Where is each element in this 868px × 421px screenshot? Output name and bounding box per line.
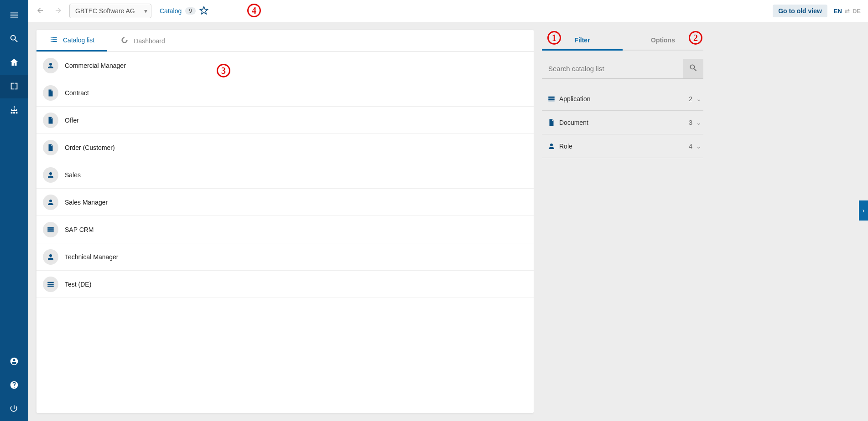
breadcrumb: Catalog 9 xyxy=(160,6,208,16)
help-icon xyxy=(10,380,19,391)
application-icon xyxy=(43,222,58,237)
list-item-label: Technical Manager xyxy=(65,253,119,261)
person-icon xyxy=(544,142,559,150)
left-nav xyxy=(0,0,28,421)
list-item-label: Contract xyxy=(65,89,89,97)
filter-row[interactable]: Document3⌄ xyxy=(542,111,703,134)
account-icon xyxy=(10,357,19,367)
panel-tabs: Catalog list Dashboard xyxy=(36,30,534,52)
tab-catalog-list[interactable]: Catalog list xyxy=(36,30,107,51)
content-row: Catalog list Dashboard 3 Commercial Mana… xyxy=(28,22,868,421)
list-item-label: Offer xyxy=(65,117,79,124)
person-icon xyxy=(43,167,58,183)
right-panel: Filter Options 1 2 Application2⌄Document… xyxy=(534,22,707,421)
list-item-label: Test (DE) xyxy=(65,281,91,288)
filter-list: Application2⌄Document3⌄Role4⌄ xyxy=(542,87,703,158)
filter-label: Application xyxy=(559,95,689,103)
right-panel-tabs: Filter Options 1 2 xyxy=(542,30,703,51)
menu-button[interactable] xyxy=(0,4,28,27)
filter-count: 2 xyxy=(689,95,692,103)
search-nav-button[interactable] xyxy=(0,27,28,51)
back-button[interactable] xyxy=(33,4,47,18)
star-icon xyxy=(199,6,208,16)
swap-icon[interactable]: ⇄ xyxy=(845,8,850,15)
filter-count: 3 xyxy=(689,119,692,126)
list-item[interactable]: Order (Customer) xyxy=(36,134,534,161)
list-item[interactable]: Test (DE) xyxy=(36,271,534,298)
home-icon xyxy=(9,57,19,69)
hierarchy-icon xyxy=(9,105,19,116)
list-item[interactable]: Sales xyxy=(36,161,534,189)
collapse-right-panel-button[interactable]: › xyxy=(859,200,868,221)
tab-dashboard-label: Dashboard xyxy=(134,37,165,45)
tab-catalog-list-label: Catalog list xyxy=(63,36,94,44)
power-nav-button[interactable] xyxy=(0,397,28,421)
search-icon xyxy=(689,63,698,74)
list-item[interactable]: SAP CRM xyxy=(36,216,534,243)
list-item-label: SAP CRM xyxy=(65,226,94,233)
repository-name: GBTEC Software AG xyxy=(75,7,135,15)
annotation-2: 2 xyxy=(689,31,702,45)
catalog-nav-button[interactable] xyxy=(0,75,28,98)
breadcrumb-catalog[interactable]: Catalog xyxy=(160,7,182,15)
chevron-down-icon: ⌄ xyxy=(696,143,702,150)
tab-dashboard[interactable]: Dashboard xyxy=(107,30,178,51)
catalog-list: Commercial ManagerContractOfferOrder (Cu… xyxy=(36,52,534,413)
filter-count: 4 xyxy=(689,143,692,150)
chevron-down-icon: ⌄ xyxy=(696,119,702,126)
chevron-right-icon: › xyxy=(863,207,865,214)
lang-en[interactable]: EN xyxy=(834,8,842,15)
annotation-1: 1 xyxy=(547,31,561,45)
tab-filter-label: Filter xyxy=(574,36,590,44)
home-nav-button[interactable] xyxy=(0,51,28,75)
donut-icon xyxy=(120,36,129,46)
filter-label: Role xyxy=(559,143,689,150)
list-icon xyxy=(49,35,58,46)
list-item-label: Sales Manager xyxy=(65,199,108,206)
list-item[interactable]: Sales Manager xyxy=(36,189,534,216)
account-nav-button[interactable] xyxy=(0,350,28,374)
caret-down-icon: ▾ xyxy=(144,7,147,15)
main-column: GBTEC Software AG ▾ Catalog 9 4 Go to ol… xyxy=(28,0,868,421)
catalog-icon xyxy=(9,81,19,92)
forward-button[interactable] xyxy=(51,4,66,18)
person-icon xyxy=(43,249,58,265)
search-icon xyxy=(9,34,19,45)
hierarchy-nav-button[interactable] xyxy=(0,98,28,122)
language-switch: EN ⇄ DE xyxy=(834,8,861,15)
filter-search-input[interactable] xyxy=(542,59,683,79)
breadcrumb-count-badge: 9 xyxy=(185,7,196,15)
list-item-label: Sales xyxy=(65,171,81,179)
top-bar: GBTEC Software AG ▾ Catalog 9 4 Go to ol… xyxy=(28,0,868,22)
person-icon xyxy=(43,58,58,73)
document-icon xyxy=(43,140,58,155)
catalog-panel: Catalog list Dashboard 3 Commercial Mana… xyxy=(36,30,534,413)
old-view-button[interactable]: Go to old view xyxy=(773,5,827,17)
list-item[interactable]: Technical Manager xyxy=(36,243,534,271)
annotation-3: 3 xyxy=(217,64,230,77)
annotation-4: 4 xyxy=(247,4,261,17)
document-icon xyxy=(544,118,559,127)
power-icon xyxy=(10,404,19,415)
list-item[interactable]: Commercial Manager xyxy=(36,52,534,79)
filter-search xyxy=(542,59,703,79)
document-icon xyxy=(43,113,58,128)
help-nav-button[interactable] xyxy=(0,374,28,397)
list-item-label: Commercial Manager xyxy=(65,62,126,69)
application-icon xyxy=(43,277,58,292)
application-icon xyxy=(544,95,559,103)
hamburger-icon xyxy=(9,10,19,21)
list-item[interactable]: Contract xyxy=(36,79,534,107)
filter-row[interactable]: Application2⌄ xyxy=(542,87,703,111)
filter-label: Document xyxy=(559,119,689,126)
document-icon xyxy=(43,85,58,101)
arrow-left-icon xyxy=(36,6,44,16)
filter-row[interactable]: Role4⌄ xyxy=(542,134,703,158)
favorite-button[interactable] xyxy=(199,6,208,16)
list-item[interactable]: Offer xyxy=(36,107,534,134)
filter-search-button[interactable] xyxy=(683,59,703,79)
repository-select[interactable]: GBTEC Software AG ▾ xyxy=(69,4,151,18)
list-item-label: Order (Customer) xyxy=(65,144,115,151)
lang-de[interactable]: DE xyxy=(852,8,861,15)
tab-options-label: Options xyxy=(651,36,675,44)
